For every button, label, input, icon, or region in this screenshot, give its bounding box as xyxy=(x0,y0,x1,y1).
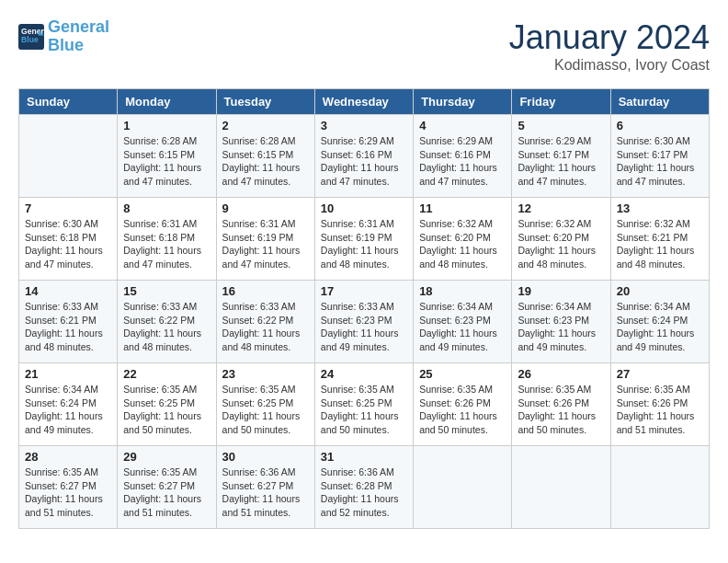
day-number: 3 xyxy=(321,119,407,132)
day-info: Sunrise: 6:35 AM Sunset: 6:26 PM Dayligh… xyxy=(419,383,506,437)
day-number: 22 xyxy=(123,367,210,381)
weekday-header: Tuesday xyxy=(216,89,314,115)
location: Kodimasso, Ivory Coast xyxy=(509,57,710,74)
logo: General Blue General Blue xyxy=(18,18,109,55)
day-number: 19 xyxy=(518,284,604,298)
calendar-cell: 13Sunrise: 6:32 AM Sunset: 6:21 PM Dayli… xyxy=(610,198,709,281)
day-info: Sunrise: 6:28 AM Sunset: 6:15 PM Dayligh… xyxy=(123,134,210,189)
page-header: General Blue General Blue January 2024 K… xyxy=(18,18,710,74)
day-number: 2 xyxy=(222,119,309,132)
day-info: Sunrise: 6:30 AM Sunset: 6:18 PM Dayligh… xyxy=(25,217,111,271)
calendar-cell: 7Sunrise: 6:30 AM Sunset: 6:18 PM Daylig… xyxy=(19,198,118,281)
day-number: 7 xyxy=(25,201,111,215)
calendar-cell: 20Sunrise: 6:34 AM Sunset: 6:24 PM Dayli… xyxy=(610,281,709,363)
calendar-cell: 24Sunrise: 6:35 AM Sunset: 6:25 PM Dayli… xyxy=(314,363,413,446)
day-info: Sunrise: 6:34 AM Sunset: 6:23 PM Dayligh… xyxy=(419,300,506,354)
calendar-cell xyxy=(414,446,512,529)
day-number: 23 xyxy=(222,367,309,381)
day-number: 28 xyxy=(25,450,111,464)
calendar-cell: 2Sunrise: 6:28 AM Sunset: 6:15 PM Daylig… xyxy=(216,115,314,198)
calendar-cell: 25Sunrise: 6:35 AM Sunset: 6:26 PM Dayli… xyxy=(414,363,512,446)
month-title: January 2024 xyxy=(509,18,710,57)
day-number: 27 xyxy=(617,367,703,381)
calendar-cell: 12Sunrise: 6:32 AM Sunset: 6:20 PM Dayli… xyxy=(512,198,610,281)
calendar-cell: 30Sunrise: 6:36 AM Sunset: 6:27 PM Dayli… xyxy=(216,446,314,529)
logo-icon: General Blue xyxy=(18,24,44,50)
day-number: 29 xyxy=(123,450,210,464)
calendar-cell: 28Sunrise: 6:35 AM Sunset: 6:27 PM Dayli… xyxy=(19,446,118,529)
day-info: Sunrise: 6:33 AM Sunset: 6:22 PM Dayligh… xyxy=(222,300,309,354)
weekday-header: Thursday xyxy=(414,89,512,115)
calendar-week-row: 28Sunrise: 6:35 AM Sunset: 6:27 PM Dayli… xyxy=(19,446,710,529)
calendar-cell xyxy=(610,446,709,529)
day-number: 4 xyxy=(419,119,506,132)
day-number: 15 xyxy=(123,284,210,298)
day-info: Sunrise: 6:31 AM Sunset: 6:19 PM Dayligh… xyxy=(321,217,407,271)
day-number: 13 xyxy=(617,201,703,215)
calendar-cell: 31Sunrise: 6:36 AM Sunset: 6:28 PM Dayli… xyxy=(314,446,413,529)
calendar-cell: 11Sunrise: 6:32 AM Sunset: 6:20 PM Dayli… xyxy=(414,198,512,281)
day-info: Sunrise: 6:35 AM Sunset: 6:26 PM Dayligh… xyxy=(617,383,703,437)
day-info: Sunrise: 6:36 AM Sunset: 6:27 PM Dayligh… xyxy=(222,465,309,520)
logo-line1: General xyxy=(48,17,109,36)
calendar-cell: 26Sunrise: 6:35 AM Sunset: 6:26 PM Dayli… xyxy=(512,363,610,446)
calendar-cell: 16Sunrise: 6:33 AM Sunset: 6:22 PM Dayli… xyxy=(216,281,314,363)
day-number: 1 xyxy=(123,119,210,132)
day-number: 26 xyxy=(518,367,604,381)
day-number: 20 xyxy=(617,284,703,298)
day-info: Sunrise: 6:31 AM Sunset: 6:19 PM Dayligh… xyxy=(222,217,309,271)
calendar-cell: 8Sunrise: 6:31 AM Sunset: 6:18 PM Daylig… xyxy=(118,198,216,281)
day-number: 11 xyxy=(419,201,506,215)
day-number: 30 xyxy=(222,450,309,464)
calendar-cell: 3Sunrise: 6:29 AM Sunset: 6:16 PM Daylig… xyxy=(314,115,413,198)
calendar-cell xyxy=(19,115,118,198)
weekday-header: Wednesday xyxy=(314,89,413,115)
calendar-cell: 10Sunrise: 6:31 AM Sunset: 6:19 PM Dayli… xyxy=(314,198,413,281)
day-info: Sunrise: 6:29 AM Sunset: 6:16 PM Dayligh… xyxy=(419,134,506,189)
calendar-cell: 9Sunrise: 6:31 AM Sunset: 6:19 PM Daylig… xyxy=(216,198,314,281)
day-info: Sunrise: 6:32 AM Sunset: 6:20 PM Dayligh… xyxy=(419,217,506,271)
day-info: Sunrise: 6:33 AM Sunset: 6:22 PM Dayligh… xyxy=(123,300,210,354)
day-info: Sunrise: 6:35 AM Sunset: 6:27 PM Dayligh… xyxy=(123,465,210,520)
day-info: Sunrise: 6:33 AM Sunset: 6:21 PM Dayligh… xyxy=(25,300,111,354)
calendar-cell: 6Sunrise: 6:30 AM Sunset: 6:17 PM Daylig… xyxy=(610,115,709,198)
day-number: 25 xyxy=(419,367,506,381)
calendar-table: SundayMondayTuesdayWednesdayThursdayFrid… xyxy=(18,88,710,529)
calendar-cell: 14Sunrise: 6:33 AM Sunset: 6:21 PM Dayli… xyxy=(19,281,118,363)
day-info: Sunrise: 6:30 AM Sunset: 6:17 PM Dayligh… xyxy=(617,134,703,189)
calendar-cell: 27Sunrise: 6:35 AM Sunset: 6:26 PM Dayli… xyxy=(610,363,709,446)
logo-line2: Blue xyxy=(48,36,84,54)
svg-text:Blue: Blue xyxy=(21,35,39,44)
day-info: Sunrise: 6:32 AM Sunset: 6:20 PM Dayligh… xyxy=(518,217,604,271)
weekday-header: Monday xyxy=(118,89,216,115)
calendar-week-row: 1Sunrise: 6:28 AM Sunset: 6:15 PM Daylig… xyxy=(19,115,710,198)
weekday-header: Sunday xyxy=(19,89,118,115)
day-info: Sunrise: 6:35 AM Sunset: 6:25 PM Dayligh… xyxy=(123,383,210,437)
calendar-cell: 22Sunrise: 6:35 AM Sunset: 6:25 PM Dayli… xyxy=(118,363,216,446)
weekday-header: Friday xyxy=(512,89,610,115)
day-info: Sunrise: 6:35 AM Sunset: 6:25 PM Dayligh… xyxy=(222,383,309,437)
day-info: Sunrise: 6:29 AM Sunset: 6:17 PM Dayligh… xyxy=(518,134,604,189)
day-number: 24 xyxy=(321,367,407,381)
day-info: Sunrise: 6:32 AM Sunset: 6:21 PM Dayligh… xyxy=(617,217,703,271)
calendar-cell: 5Sunrise: 6:29 AM Sunset: 6:17 PM Daylig… xyxy=(512,115,610,198)
day-info: Sunrise: 6:31 AM Sunset: 6:18 PM Dayligh… xyxy=(123,217,210,271)
title-block: January 2024 Kodimasso, Ivory Coast xyxy=(509,18,710,74)
day-info: Sunrise: 6:35 AM Sunset: 6:26 PM Dayligh… xyxy=(518,383,604,437)
calendar-week-row: 14Sunrise: 6:33 AM Sunset: 6:21 PM Dayli… xyxy=(19,281,710,363)
day-number: 9 xyxy=(222,201,309,215)
day-number: 17 xyxy=(321,284,407,298)
day-number: 14 xyxy=(25,284,111,298)
weekday-header: Saturday xyxy=(610,89,709,115)
calendar-cell: 19Sunrise: 6:34 AM Sunset: 6:23 PM Dayli… xyxy=(512,281,610,363)
calendar-week-row: 7Sunrise: 6:30 AM Sunset: 6:18 PM Daylig… xyxy=(19,198,710,281)
day-number: 16 xyxy=(222,284,309,298)
day-info: Sunrise: 6:28 AM Sunset: 6:15 PM Dayligh… xyxy=(222,134,309,189)
day-info: Sunrise: 6:34 AM Sunset: 6:23 PM Dayligh… xyxy=(518,300,604,354)
calendar-cell: 18Sunrise: 6:34 AM Sunset: 6:23 PM Dayli… xyxy=(414,281,512,363)
day-info: Sunrise: 6:34 AM Sunset: 6:24 PM Dayligh… xyxy=(25,383,111,437)
day-info: Sunrise: 6:29 AM Sunset: 6:16 PM Dayligh… xyxy=(321,134,407,189)
day-number: 21 xyxy=(25,367,111,381)
day-number: 12 xyxy=(518,201,604,215)
calendar-cell: 4Sunrise: 6:29 AM Sunset: 6:16 PM Daylig… xyxy=(414,115,512,198)
